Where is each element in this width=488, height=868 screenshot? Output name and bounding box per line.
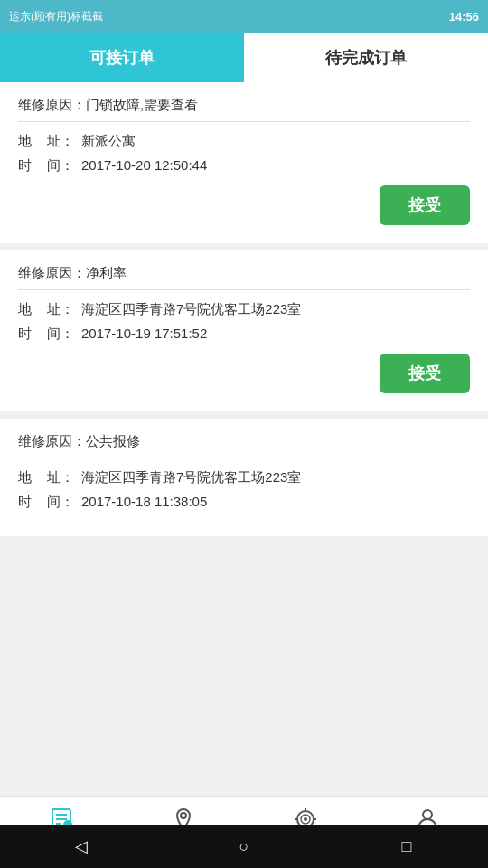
time-label: 时 间： [18,157,81,175]
order-time-row: 时 间： 2017-10-18 11:38:05 [18,494,470,511]
order-card: 维修原因： 净利率 地 址： 海淀区四季青路7号院优客工场223室 时 间： 2… [0,250,488,411]
order-card: 维修原因： 公共报修 地 址： 海淀区四季青路7号院优客工场223室 时 间： … [0,419,488,536]
time-value: 2017-10-19 17:51:52 [81,326,470,341]
order-reason-row: 维修原因： 门锁故障,需要查看 [18,97,470,114]
address-label: 地 址： [18,301,81,318]
recent-button[interactable]: □ [390,830,423,863]
order-address-row: 地 址： 海淀区四季青路7号院优客工场223室 [18,301,470,318]
orders-list: 维修原因： 门锁故障,需要查看 地 址： 新派公寓 时 间： 2017-10-2… [0,82,488,796]
reason-label: 维修原因： [18,265,86,282]
home-button[interactable]: ○ [228,830,260,863]
time-value: 2017-10-18 11:38:05 [81,494,470,509]
order-card: 维修原因： 门锁故障,需要查看 地 址： 新派公寓 时 间： 2017-10-2… [0,82,488,243]
time-label: 时 间： [18,494,81,511]
order-address-row: 地 址： 海淀区四季青路7号院优客工场223室 [18,469,470,486]
accept-button-1[interactable]: 接受 [380,185,470,225]
reason-value: 门锁故障,需要查看 [86,97,470,114]
address-label: 地 址： [18,469,81,486]
address-value: 新派公寓 [81,133,470,150]
svg-point-6 [181,813,186,818]
time-value: 2017-10-20 12:50:44 [81,157,470,173]
address-value: 海淀区四季青路7号院优客工场223室 [81,301,470,318]
order-reason-row: 维修原因： 净利率 [18,265,470,282]
time-label: 时 间： [18,326,81,343]
order-reason-row: 维修原因： 公共报修 [18,433,470,450]
address-label: 地 址： [18,133,81,150]
tab-available-orders[interactable]: 可接订单 [0,33,244,82]
tab-bar: 可接订单 待完成订单 [0,33,488,82]
notification-text: 运东(顾有用)标截截 [9,9,103,24]
reason-value: 净利率 [86,265,470,282]
svg-point-9 [304,817,307,821]
tab-pending-orders[interactable]: 待完成订单 [244,33,488,82]
reason-label: 维修原因： [18,97,86,114]
system-nav-bar: ◁ ○ □ [0,825,488,868]
back-button[interactable]: ◁ [65,830,98,863]
order-address-row: 地 址： 新派公寓 [18,133,470,150]
address-value: 海淀区四季青路7号院优客工场223室 [81,469,470,486]
accept-button-2[interactable]: 接受 [380,354,470,393]
status-bar: 运东(顾有用)标截截 14:56 [0,0,488,33]
reason-value: 公共报修 [86,433,470,450]
order-time-row: 时 间： 2017-10-19 17:51:52 [18,326,470,343]
order-time-row: 时 间： 2017-10-20 12:50:44 [18,157,470,175]
reason-label: 维修原因： [18,433,86,450]
time-display: 14:56 [449,10,479,24]
svg-point-14 [423,810,432,819]
